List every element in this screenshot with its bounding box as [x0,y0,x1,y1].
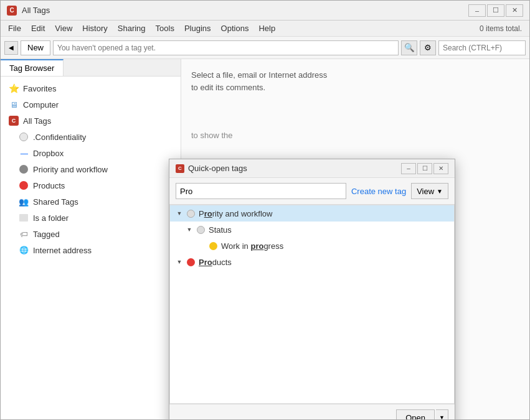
internet-icon: 🌐 [18,245,29,256]
expand-arrow-priority: ▼ [175,209,184,218]
info-text-line1: Select a file, email or Internet address [191,69,519,82]
minimize-button[interactable]: – [468,4,486,17]
close-button[interactable]: ✕ [506,4,523,17]
priority-label-pre: P [199,209,204,218]
menu-edit[interactable]: Edit [26,22,50,34]
modal-title-left: C Quick-open tags [176,164,247,173]
menu-file[interactable]: File [3,22,26,34]
items-total: 0 items total. [480,24,527,33]
priority-label: Priority and workflow [33,165,108,174]
menu-items: File Edit View History Sharing Tools Plu… [3,22,280,34]
menu-options[interactable]: Options [216,22,254,34]
path-input[interactable] [53,40,399,55]
priority-modal-label: Prority and workflow [199,209,272,218]
create-new-tag-link[interactable]: Create new tag [351,187,406,196]
work-progress-modal-label: Work in progress [221,241,283,251]
shared-label: Shared Tags [33,197,78,207]
computer-icon: 🖥 [8,99,19,110]
favorites-label: Favorites [23,84,56,93]
modal-controls: – ☐ ✕ [401,163,448,174]
info-text-line2: to edit its comments. [191,82,519,94]
title-bar: C All Tags – ☐ ✕ [1,1,529,21]
search-button[interactable]: 🔍 [401,40,417,55]
confidentiality-icon [18,131,29,142]
status-modal-label: Status [209,225,232,235]
tagged-icon: 🏷 [18,228,29,240]
priority-label-match: ro [204,209,212,218]
sidebar-item-shared[interactable]: 👥 Shared Tags [1,194,181,210]
tagged-label: Tagged [33,230,60,239]
shared-icon: 👥 [18,196,29,207]
sidebar-item-products[interactable]: Products [1,177,181,194]
modal-tree: ▼ Prority and workflow ▼ Status [169,205,455,404]
menu-sharing[interactable]: Sharing [113,22,151,34]
work-progress-pre: Work in [221,241,250,251]
folder-icon [18,212,29,223]
modal-item-status[interactable]: ▼ Status [170,222,454,238]
favorites-icon: ⭐ [8,83,19,94]
menu-help[interactable]: Help [253,22,280,34]
modal-minimize-button[interactable]: – [401,163,416,174]
sidebar-item-internet[interactable]: 🌐 Internet address [1,242,181,258]
open-dropdown-button[interactable]: ▼ [436,409,448,419]
modal-search-input[interactable] [176,183,346,199]
window-title: All Tags [22,6,50,15]
new-button[interactable]: New [21,40,50,55]
products-label-post: ducts [212,258,232,267]
view-label: View [417,187,434,196]
tab-tag-browser[interactable]: Tag Browser [1,59,64,76]
back-button[interactable]: ◀ [4,41,18,55]
menu-view[interactable]: View [50,22,77,34]
sidebar-item-computer[interactable]: 🖥 Computer [1,96,181,113]
work-progress-modal-icon [208,241,218,251]
status-modal-icon [196,225,206,235]
modal-title: Quick-open tags [188,164,247,173]
modal-title-bar: C Quick-open tags – ☐ ✕ [169,159,455,178]
modal-item-work-progress[interactable]: Work in progress [170,238,454,254]
products-icon [18,180,29,191]
modal-item-priority[interactable]: ▼ Prority and workflow [170,205,454,222]
title-bar-left: C All Tags [7,6,50,16]
work-progress-post: gress [263,241,283,251]
main-window: C All Tags – ☐ ✕ File Edit View History … [0,0,530,420]
modal-maximize-button[interactable]: ☐ [417,163,432,174]
folder-label: Is a folder [33,213,69,223]
priority-icon [18,164,29,175]
search-input[interactable] [438,40,526,55]
sidebar-item-priority[interactable]: Priority and workflow [1,161,181,177]
to-show-text: to show the [191,131,519,140]
menu-bar: File Edit View History Sharing Tools Plu… [1,21,529,37]
priority-label-post: rity and workflow [212,209,273,218]
dropbox-label: Dropbox [33,149,64,158]
view-button[interactable]: View ▼ [411,183,448,199]
products-modal-label: Products [199,258,232,267]
work-progress-match: pro [250,241,263,251]
sidebar-item-tagged[interactable]: 🏷 Tagged [1,226,181,242]
sidebar-item-folder[interactable]: Is a folder [1,210,181,226]
products-label: Products [33,181,65,190]
quick-open-modal: C Quick-open tags – ☐ ✕ Create new tag V… [169,159,455,419]
app-icon: C [7,6,17,16]
sidebar-item-confidentiality[interactable]: .Confidentiality [1,129,181,145]
products-label-match: Pro [199,258,212,267]
sidebar-item-favorites[interactable]: ⭐ Favorites [1,80,181,96]
modal-close-button[interactable]: ✕ [433,163,448,174]
dropbox-icon: ⸻ [18,147,29,159]
sidebar-tree: ⭐ Favorites 🖥 Computer C All Tags .Confi… [1,77,181,419]
expand-arrow-products: ▼ [175,258,184,266]
alltags-icon: C [8,115,19,126]
content-area: Tag Browser ⭐ Favorites 🖥 Computer C All… [1,59,529,419]
priority-modal-icon [186,208,196,218]
title-controls: – ☐ ✕ [468,4,523,17]
gear-button[interactable]: ⚙ [420,40,436,55]
view-dropdown-arrow: ▼ [437,188,443,195]
menu-tools[interactable]: Tools [151,22,179,34]
maximize-button[interactable]: ☐ [487,4,504,17]
menu-plugins[interactable]: Plugins [179,22,216,34]
sidebar-item-dropbox[interactable]: ⸻ Dropbox [1,145,181,161]
modal-app-icon: C [176,164,184,173]
open-button[interactable]: Open [396,409,435,419]
menu-history[interactable]: History [77,22,112,34]
sidebar-item-alltags[interactable]: C All Tags [1,113,181,129]
modal-item-products[interactable]: ▼ Products [170,254,454,270]
